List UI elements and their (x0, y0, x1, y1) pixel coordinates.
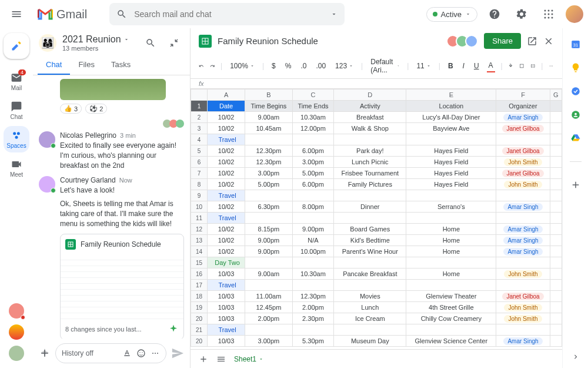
col-header[interactable]: E (406, 89, 496, 101)
settings-button[interactable] (512, 4, 532, 24)
pinned-avatar-1[interactable] (9, 303, 24, 319)
calendar-icon[interactable]: 31 (570, 39, 581, 49)
open-external-icon[interactable] (527, 36, 537, 47)
space-title[interactable]: 2021 Reunion (62, 34, 121, 45)
nav-chat[interactable]: Chat (4, 97, 29, 124)
undo-icon[interactable] (199, 61, 204, 71)
table-row[interactable]: 610/0212.30pm3.00pmLunch PicnicHayes Fie… (191, 157, 562, 168)
send-button[interactable] (171, 347, 184, 360)
search-input[interactable] (134, 9, 323, 19)
col-header[interactable]: G (550, 89, 562, 101)
organizer-chip[interactable]: Janet Gilboa (502, 147, 543, 155)
table-row[interactable]: 810/025.00pm6.00pmFamily PicturesHayes F… (191, 179, 562, 190)
organizer-chip[interactable]: Amar Singh (503, 337, 542, 345)
font-size-select[interactable]: 11 (415, 60, 432, 72)
currency-button[interactable]: $ (270, 60, 278, 72)
keep-icon[interactable] (570, 62, 581, 73)
table-row[interactable]: 1010/026.30pm8.00pmDinnerSerrano'sAmar S… (191, 201, 562, 213)
bold-button[interactable]: B (446, 60, 455, 72)
italic-button[interactable]: I (461, 60, 466, 72)
user-avatar[interactable] (39, 176, 55, 193)
organizer-chip[interactable]: Amar Singh (503, 237, 542, 244)
pinned-avatar-3[interactable] (9, 346, 24, 361)
collapse-panel-icon[interactable] (572, 353, 580, 361)
all-sheets-icon[interactable] (216, 354, 226, 364)
organizer-chip[interactable]: John Smith (504, 270, 542, 278)
number-format-select[interactable]: 123 (333, 60, 355, 72)
more-toolbar-icon[interactable] (549, 61, 554, 71)
compose-button[interactable] (4, 33, 29, 59)
close-icon[interactable] (543, 36, 554, 47)
document-title[interactable]: Family Reunion Schedule (218, 36, 318, 46)
tab-tasks[interactable]: Tasks (103, 55, 139, 75)
spreadsheet-grid[interactable]: ABCDEFG1DateTime BeginsTime EndsActivity… (191, 89, 562, 349)
reaction-thumbs-up[interactable]: 👍3 (60, 104, 82, 114)
table-row[interactable]: 11Travel (191, 213, 562, 224)
organizer-chip[interactable]: Amar Singh (503, 226, 542, 233)
zoom-select[interactable]: 100% (228, 60, 256, 72)
table-row[interactable]: 210/029.00am10.30amBreakfastLucy's All-D… (191, 112, 562, 123)
reaction-soccer[interactable]: ⚽2 (85, 104, 107, 114)
table-row[interactable]: 1310/029.00pmN/AKid's BedtimeHomeAmar Si… (191, 235, 562, 246)
collapse-button[interactable] (164, 33, 184, 53)
sheet-tab[interactable]: Sheet1 (234, 355, 263, 363)
font-select[interactable]: Default (Ari... (369, 56, 401, 76)
table-row[interactable]: 1610/039.00am10.30amPancake BreakfastHom… (191, 268, 562, 280)
format-icon[interactable] (122, 349, 132, 358)
tab-files[interactable]: Files (70, 55, 102, 75)
organizer-chip[interactable]: Amar Singh (503, 248, 542, 256)
table-row[interactable]: 310/0210.45am12.00pmWalk & ShopBayview A… (191, 123, 562, 134)
account-avatar[interactable] (566, 5, 583, 23)
merge-icon[interactable] (530, 61, 536, 71)
table-row[interactable]: 710/023.00pm5.00pmFrisbee TournamentHaye… (191, 168, 562, 179)
percent-button[interactable]: % (283, 60, 293, 72)
more-icon[interactable] (151, 349, 160, 358)
contacts-icon[interactable] (570, 110, 581, 120)
organizer-chip[interactable]: John Smith (504, 315, 542, 323)
table-row[interactable]: 15Day Two (191, 257, 562, 268)
fill-color-icon[interactable] (509, 61, 514, 71)
apps-button[interactable] (539, 4, 559, 24)
status-chip[interactable]: Active (426, 7, 477, 22)
sheets-attachment-card[interactable]: Family Reunion Schedule 8 changes since … (60, 234, 184, 339)
message-input[interactable]: History off (55, 343, 166, 363)
organizer-chip[interactable]: John Smith (504, 181, 542, 188)
table-row[interactable]: 2010/033.00pm5.30pmMuseum DayGlenview Sc… (191, 336, 562, 347)
dropdown-icon[interactable] (330, 11, 338, 18)
text-color-button[interactable]: A (487, 59, 495, 72)
col-header[interactable]: F (496, 89, 550, 101)
increase-decimal-button[interactable]: .00 (314, 60, 328, 72)
table-row[interactable]: 17Travel (191, 280, 562, 291)
col-header[interactable]: C (292, 89, 334, 101)
table-row[interactable]: 9Travel (191, 190, 562, 201)
add-sheet-icon[interactable] (199, 354, 208, 364)
share-button[interactable]: Share (484, 33, 521, 49)
table-row[interactable]: 1810/0311.00am12.30pmMoviesGlenview Thea… (191, 291, 562, 302)
col-header[interactable]: D (334, 89, 406, 101)
image-attachment[interactable] (60, 79, 166, 100)
nav-mail[interactable]: 4 Mail (4, 68, 29, 95)
tasks-icon[interactable] (570, 86, 581, 97)
collaborators[interactable] (450, 35, 478, 48)
organizer-chip[interactable]: John Smith (504, 158, 542, 166)
table-row[interactable]: 1910/0312.45pm2.00pmLunch4th Street Gril… (191, 302, 562, 313)
nav-spaces[interactable]: Spaces (4, 126, 29, 152)
table-row[interactable]: 21Travel (191, 324, 562, 336)
tab-chat[interactable]: Chat (38, 55, 70, 75)
col-header[interactable]: A (208, 89, 245, 101)
user-avatar[interactable] (39, 131, 55, 148)
search-bar[interactable] (109, 3, 345, 25)
organizer-chip[interactable]: Janet Gilboa (502, 170, 543, 177)
table-row[interactable]: 4Travel (191, 134, 562, 145)
table-row[interactable]: 2010/032.00pm2.30pmIce CreamChilly Cow C… (191, 313, 562, 324)
chevron-down-icon[interactable] (123, 37, 129, 42)
col-header[interactable]: B (245, 89, 292, 101)
main-menu-button[interactable] (5, 2, 28, 26)
organizer-chip[interactable]: Janet Gilboa (502, 293, 543, 300)
drive-icon[interactable] (570, 133, 581, 144)
add-addon-icon[interactable] (570, 180, 581, 190)
chat-messages[interactable]: 👍3 ⚽2 Nicolas Pellegrino3 min Excited to… (33, 75, 190, 339)
underline-button[interactable]: U (472, 60, 481, 72)
decrease-decimal-button[interactable]: .0 (299, 60, 308, 72)
organizer-chip[interactable]: John Smith (504, 304, 542, 311)
